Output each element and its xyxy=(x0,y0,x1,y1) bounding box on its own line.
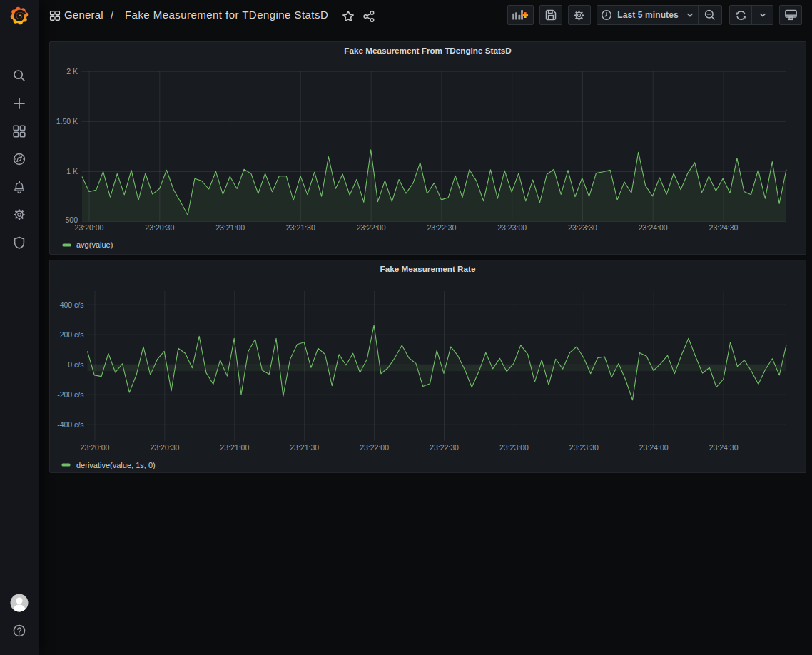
svg-text:1 K: 1 K xyxy=(66,167,78,176)
svg-text:400 c/s: 400 c/s xyxy=(60,300,84,309)
svg-text:23:20:30: 23:20:30 xyxy=(145,223,174,232)
svg-text:23:20:30: 23:20:30 xyxy=(150,443,179,452)
svg-text:23:21:00: 23:21:00 xyxy=(215,223,245,232)
svg-text:2 K: 2 K xyxy=(66,67,78,76)
svg-text:-200 c/s: -200 c/s xyxy=(57,390,83,399)
svg-text:23:23:30: 23:23:30 xyxy=(569,443,599,452)
svg-text:23:24:30: 23:24:30 xyxy=(709,443,739,452)
svg-text:23:24:30: 23:24:30 xyxy=(709,223,739,232)
svg-text:23:23:00: 23:23:00 xyxy=(499,443,529,452)
svg-text:23:20:00: 23:20:00 xyxy=(75,223,104,232)
svg-text:23:21:30: 23:21:30 xyxy=(286,223,315,232)
svg-text:-400 c/s: -400 c/s xyxy=(57,420,83,429)
svg-text:23:24:00: 23:24:00 xyxy=(639,443,669,452)
svg-text:23:24:00: 23:24:00 xyxy=(639,223,668,232)
svg-text:23:20:00: 23:20:00 xyxy=(81,443,110,452)
svg-text:200 c/s: 200 c/s xyxy=(60,330,84,339)
svg-text:23:22:30: 23:22:30 xyxy=(427,223,456,232)
svg-text:derivative(value, 1s, 0): derivative(value, 1s, 0) xyxy=(76,461,156,469)
svg-text:23:22:00: 23:22:00 xyxy=(360,443,389,452)
svg-text:1.50 K: 1.50 K xyxy=(56,117,78,126)
svg-text:23:22:30: 23:22:30 xyxy=(430,443,459,452)
svg-text:23:21:30: 23:21:30 xyxy=(290,443,319,452)
svg-text:23:23:00: 23:23:00 xyxy=(497,223,527,232)
svg-text:23:21:00: 23:21:00 xyxy=(220,443,249,452)
svg-text:23:22:00: 23:22:00 xyxy=(357,223,386,232)
svg-text:23:23:30: 23:23:30 xyxy=(568,223,597,232)
svg-text:avg(value): avg(value) xyxy=(76,240,113,249)
svg-text:0 c/s: 0 c/s xyxy=(68,360,83,369)
